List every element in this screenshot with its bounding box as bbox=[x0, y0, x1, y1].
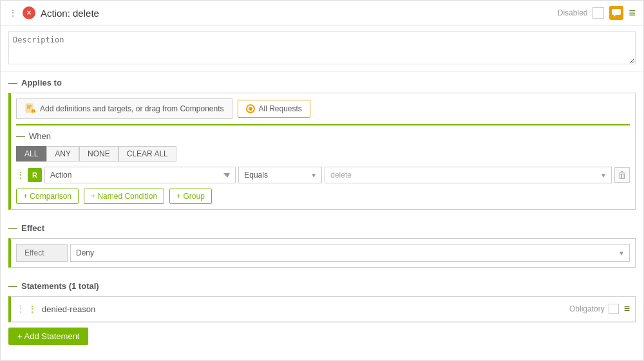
statements-header: — Statements (1 total) bbox=[8, 281, 636, 291]
statement-name: denied-reason bbox=[42, 304, 569, 314]
header-right: Disabled ≡ bbox=[558, 6, 636, 20]
field-select[interactable]: Action bbox=[44, 167, 236, 183]
obligatory-checkbox[interactable] bbox=[609, 304, 619, 314]
close-button[interactable]: × bbox=[23, 6, 35, 19]
obligatory-label: Obligatory bbox=[569, 304, 605, 313]
applies-to-toggle[interactable]: — bbox=[8, 77, 17, 88]
statements-section: — Statements (1 total) ⋮ ⋮ denied-reason… bbox=[1, 275, 643, 350]
statements-title: Statements (1 total) bbox=[21, 281, 99, 291]
add-comparison-button[interactable]: + Comparison bbox=[16, 189, 79, 204]
condition-badge: R bbox=[28, 168, 42, 182]
condition-drag-icon[interactable]: ⋮ bbox=[16, 170, 25, 180]
effect-row: Effect Deny ▼ bbox=[16, 244, 630, 262]
header: ⋮ × Action: delete Disabled ≡ bbox=[1, 1, 643, 26]
add-defs-label: Add definitions and targets, or drag fro… bbox=[40, 104, 224, 113]
all-button[interactable]: ALL bbox=[16, 146, 46, 162]
page-title: Action: delete bbox=[41, 8, 99, 19]
delete-condition-button[interactable]: 🗑 bbox=[614, 167, 630, 183]
value-select-wrapper: delete ▼ bbox=[325, 167, 612, 183]
effect-title: Effect bbox=[21, 223, 44, 233]
effect-header: — Effect bbox=[8, 223, 636, 233]
effect-select[interactable]: Deny bbox=[70, 244, 630, 262]
add-statement-button[interactable]: + Add Statement bbox=[8, 328, 88, 345]
applies-to-row: + Add definitions and targets, or drag f… bbox=[16, 98, 630, 119]
field-select-wrapper: Action ▼ bbox=[44, 167, 236, 183]
description-input[interactable] bbox=[8, 31, 636, 64]
clear-all-button[interactable]: CLEAR ALL bbox=[118, 146, 176, 162]
all-requests-circle-icon bbox=[246, 104, 255, 113]
operator-select-wrapper: Equals ▼ bbox=[238, 167, 322, 183]
svg-text:+: + bbox=[33, 110, 35, 114]
operator-select[interactable]: Equals bbox=[238, 167, 322, 183]
header-menu-icon[interactable]: ≡ bbox=[629, 6, 636, 20]
statements-box: ⋮ ⋮ denied-reason Obligatory ≡ bbox=[8, 296, 636, 322]
when-header: — When bbox=[16, 131, 630, 141]
drag-handle-icon[interactable]: ⋮ bbox=[8, 8, 17, 18]
add-named-condition-button[interactable]: + Named Condition bbox=[84, 189, 164, 204]
condition-row: ⋮ R Action ▼ Equals ▼ bbox=[16, 167, 630, 183]
header-left: ⋮ × Action: delete bbox=[8, 6, 99, 19]
add-defs-icon: + bbox=[24, 103, 36, 115]
effect-select-wrapper: Deny ▼ bbox=[70, 244, 630, 262]
main-container: ⋮ × Action: delete Disabled ≡ — Applies … bbox=[0, 0, 644, 361]
svg-rect-4 bbox=[27, 107, 30, 109]
description-area bbox=[1, 26, 643, 72]
statement-row: ⋮ ⋮ denied-reason Obligatory ≡ bbox=[11, 297, 635, 322]
statement-dots-icon[interactable]: ⋮ bbox=[28, 304, 37, 314]
when-section: — When ALL ANY NONE CLEAR ALL ⋮ R Action bbox=[16, 131, 630, 204]
when-button-group: ALL ANY NONE CLEAR ALL bbox=[16, 146, 630, 162]
add-definitions-button[interactable]: + Add definitions and targets, or drag f… bbox=[16, 98, 232, 119]
divider bbox=[16, 124, 630, 125]
add-group-button[interactable]: + Group bbox=[169, 189, 212, 204]
all-requests-button[interactable]: All Requests bbox=[238, 100, 310, 118]
effect-box: Effect Deny ▼ bbox=[8, 238, 636, 268]
effect-label: Effect bbox=[16, 244, 68, 262]
all-requests-label: All Requests bbox=[259, 104, 302, 113]
applies-to-title: Applies to bbox=[21, 78, 62, 88]
svg-rect-0 bbox=[612, 9, 621, 15]
effect-toggle[interactable]: — bbox=[8, 223, 17, 233]
statements-toggle[interactable]: — bbox=[8, 281, 17, 291]
statement-menu-icon[interactable]: ≡ bbox=[624, 303, 630, 315]
statement-drag-icon[interactable]: ⋮ bbox=[16, 304, 25, 314]
add-buttons-row: + Comparison + Named Condition + Group bbox=[16, 189, 630, 204]
disabled-toggle[interactable] bbox=[592, 7, 604, 19]
svg-rect-3 bbox=[27, 106, 32, 107]
applies-to-box: + Add definitions and targets, or drag f… bbox=[8, 93, 636, 210]
applies-to-header: — Applies to bbox=[8, 77, 636, 88]
chat-icon[interactable] bbox=[609, 6, 623, 20]
all-requests-inner-icon bbox=[249, 107, 252, 111]
when-toggle[interactable]: — bbox=[16, 131, 25, 141]
disabled-label: Disabled bbox=[558, 8, 588, 17]
when-label: When bbox=[29, 131, 51, 141]
value-select[interactable]: delete bbox=[325, 167, 612, 183]
svg-marker-1 bbox=[614, 15, 616, 17]
applies-to-section: — Applies to + Add definitions and targe… bbox=[1, 72, 643, 218]
any-button[interactable]: ANY bbox=[46, 146, 79, 162]
none-button[interactable]: NONE bbox=[79, 146, 118, 162]
effect-section: — Effect Effect Deny ▼ bbox=[1, 218, 643, 275]
